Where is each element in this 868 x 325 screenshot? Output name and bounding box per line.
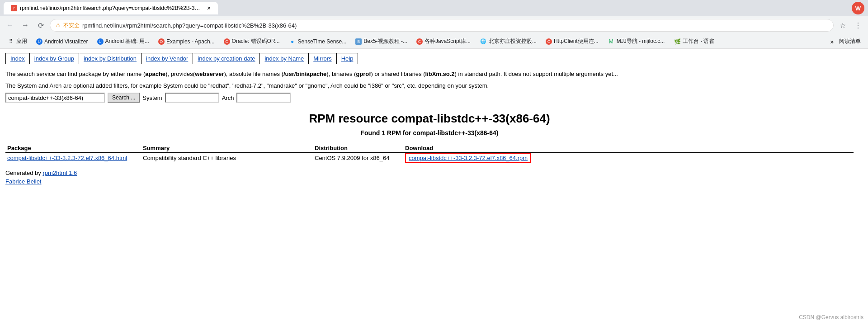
apps-icon: ⠿ — [7, 38, 14, 45]
nav-links: Index index by Group index by Distributi… — [5, 53, 358, 64]
reader-label: 阅读清单 — [839, 38, 861, 45]
footer: Generated by rpm2html 1.6 Fabrice Bellet — [5, 170, 854, 185]
bookmark-js-label: 各种JavaScript库... — [425, 38, 471, 45]
bookmark-apps-label: 应用 — [16, 38, 27, 45]
summary-text: Compatibility standard C++ libraries — [143, 155, 236, 161]
bookmark-android-basics[interactable]: U Android 基础: 用... — [94, 37, 153, 46]
col-header-distribution: Distribution — [313, 144, 403, 153]
generated-by-text: Generated by — [5, 170, 41, 176]
bookmark-httpclient[interactable]: C HttpClient便用连... — [542, 37, 602, 46]
nav-index-group[interactable]: index by Group — [30, 53, 79, 64]
reload-button[interactable]: ⟳ — [34, 19, 47, 32]
js-icon: C — [416, 38, 423, 45]
st-icon: ● — [289, 38, 296, 45]
main-heading: RPM resource compat-libstdc++-33(x86-64) — [5, 112, 854, 126]
rpm2html-link[interactable]: rpm2html 1.6 — [42, 170, 77, 176]
download-link[interactable]: compat-libstdc++-33-3.2.3-72.el7.x86_64.… — [409, 155, 528, 161]
bookmark-bjyz-label: 北京亦庄投资控股... — [489, 38, 537, 45]
browser-right-buttons: W — [852, 2, 864, 14]
security-icon: ⚠ — [56, 22, 61, 28]
bookmark-oracle[interactable]: C Oracle: 错误码OR... — [220, 37, 283, 46]
nav-index-vendor[interactable]: index by Vendor — [142, 53, 193, 64]
bookmark-mjj-label: MJJ导航 - mjiloc.c... — [617, 38, 665, 45]
bookmark-bex-label: Bex5-视频教程 -... — [363, 38, 407, 45]
av-icon: U — [36, 38, 42, 45]
search-form: Search ... System Arch — [5, 93, 854, 103]
oracle-icon: C — [224, 38, 230, 45]
cell-download: compat-libstdc++-33-3.2.3-72.el7.x86_64.… — [403, 153, 854, 163]
nav-help[interactable]: Help — [337, 53, 358, 64]
bookmark-apps[interactable]: ⠿ 应用 — [4, 37, 31, 46]
bookmark-yuque[interactable]: 🌿 工作台 · 语雀 — [670, 37, 718, 46]
bookmark-examples[interactable]: O Examples - Apach... — [155, 38, 218, 46]
bookmark-hc-label: HttpClient便用连... — [554, 38, 599, 45]
nav-index-creation[interactable]: index by creation date — [193, 53, 260, 64]
bookmark-bjyz[interactable]: 🌐 北京亦庄投资控股... — [476, 37, 540, 46]
results-table: Package Summary Distribution Download co… — [5, 144, 854, 162]
bjyz-icon: 🌐 — [480, 38, 487, 45]
ex-icon: O — [158, 38, 165, 45]
nav-bar: ← → ⟳ ⚠ 不安全 rpmfind.net/linux/rpm2html/s… — [0, 16, 868, 34]
distribution-text: CentOS 7.9.2009 for x86_64 — [315, 155, 390, 161]
security-label: 不安全 — [63, 22, 80, 29]
nav-index[interactable]: Index — [6, 53, 30, 64]
bookmarks-bar: ⠿ 应用 U Android Visualizer U Android 基础: … — [0, 34, 868, 49]
bookmark-oracle-label: Oracle: 错误码OR... — [232, 38, 280, 45]
description-line2: The System and Arch are optional added f… — [5, 81, 854, 90]
bex-icon: B — [355, 38, 362, 45]
tab-favicon: r — [11, 5, 17, 11]
address-bar[interactable]: ⚠ 不安全 rpmfind.net/linux/rpm2html/search.… — [50, 19, 834, 32]
description-line1: The search service can find package by e… — [5, 70, 854, 79]
tab-close[interactable]: × — [207, 5, 211, 12]
browser-menu[interactable]: ⋮ — [852, 19, 864, 32]
col-header-package: Package — [5, 144, 141, 153]
cell-summary: Compatibility standard C++ libraries — [141, 153, 313, 163]
hc-icon: C — [546, 38, 552, 45]
tab-title: rpmfind.net/linux/rpm2html/search.php?qu… — [20, 5, 201, 11]
bookmark-js[interactable]: C 各种JavaScript库... — [413, 37, 474, 46]
bookmark-ab-label: Android 基础: 用... — [105, 38, 149, 45]
system-label: System — [142, 94, 162, 101]
bookmark-st-label: SenseTime Sense... — [298, 38, 347, 45]
bookmark-av-label: Android Visualizer — [44, 38, 88, 45]
bookmark-ex-label: Examples - Apach... — [166, 38, 215, 45]
bookmarks-overflow[interactable]: » — [830, 38, 834, 45]
bookmark-mjj[interactable]: M MJJ导航 - mjiloc.c... — [604, 37, 669, 46]
back-button[interactable]: ← — [4, 19, 16, 32]
yuque-icon: 🌿 — [674, 38, 681, 45]
nav-index-distribution[interactable]: index by Distribution — [79, 53, 142, 64]
user-avatar[interactable]: W — [852, 2, 864, 14]
sub-heading: Found 1 RPM for compat-libstdc++-33(x86-… — [5, 129, 854, 137]
bookmark-sensetime[interactable]: ● SenseTime Sense... — [285, 37, 350, 46]
browser-chrome: r rpmfind.net/linux/rpm2html/search.php?… — [0, 0, 868, 49]
bookmark-bex5[interactable]: B Bex5-视频教程 -... — [352, 37, 411, 46]
bookmark-star[interactable]: ☆ — [836, 19, 849, 32]
cell-distribution: CentOS 7.9.2009 for x86_64 — [313, 153, 403, 163]
active-tab[interactable]: r rpmfind.net/linux/rpm2html/search.php?… — [4, 2, 218, 14]
bookmark-android-visualizer[interactable]: U Android Visualizer — [33, 38, 92, 46]
nav-index-name[interactable]: index by Name — [260, 53, 309, 64]
search-button[interactable]: Search ... — [108, 93, 140, 103]
download-cell: compat-libstdc++-33-3.2.3-72.el7.x86_64.… — [405, 153, 531, 163]
page-content: Index index by Group index by Distributi… — [0, 49, 859, 188]
package-link[interactable]: compat-libstdc++-33-3.2.3-72.el7.x86_64.… — [7, 155, 127, 161]
mjj-icon: M — [608, 38, 615, 45]
search-input[interactable] — [5, 93, 105, 103]
system-input[interactable] — [165, 93, 219, 103]
bookmark-reader[interactable]: 阅读清单 — [835, 37, 864, 46]
table-row: compat-libstdc++-33-3.2.3-72.el7.x86_64.… — [5, 153, 854, 163]
forward-button[interactable]: → — [19, 19, 32, 32]
cell-package: compat-libstdc++-33-3.2.3-72.el7.x86_64.… — [5, 153, 141, 163]
arch-label: Arch — [222, 94, 234, 101]
ab-icon: U — [97, 38, 104, 45]
author-link[interactable]: Fabrice Bellet — [5, 178, 854, 185]
bookmark-yuque-label: 工作台 · 语雀 — [683, 38, 714, 45]
col-header-summary: Summary — [141, 144, 313, 153]
url-text: rpmfind.net/linux/rpm2html/search.php?qu… — [82, 22, 297, 29]
arch-input[interactable] — [236, 93, 291, 103]
col-header-download: Download — [403, 144, 854, 153]
tab-bar: r rpmfind.net/linux/rpm2html/search.php?… — [0, 0, 868, 16]
nav-mirrors[interactable]: Mirrors — [309, 53, 336, 64]
